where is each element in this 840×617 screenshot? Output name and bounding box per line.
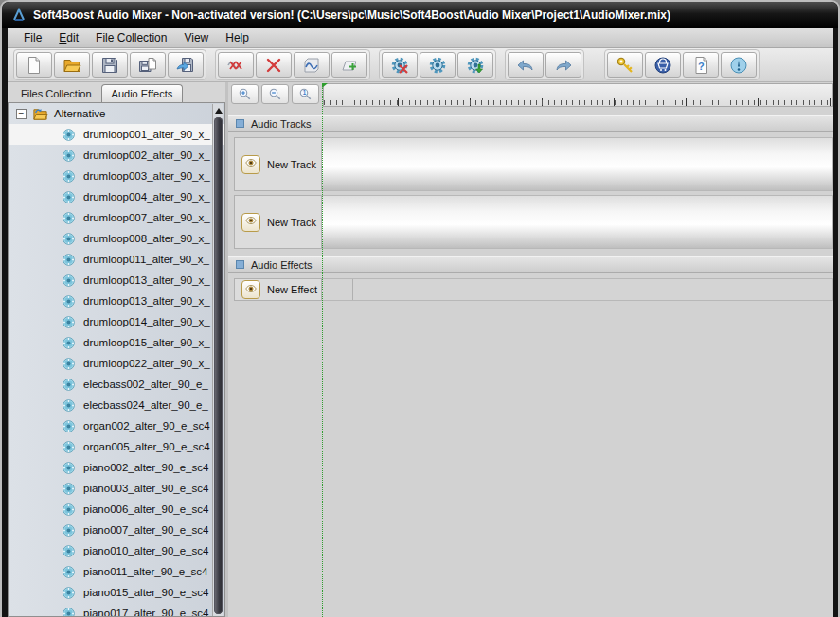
tree-item-audio-file[interactable]: organ002_alter_90_e_sc4 xyxy=(9,415,224,436)
playhead[interactable] xyxy=(322,83,323,617)
undo-button[interactable] xyxy=(508,52,544,78)
tree-item-audio-file[interactable]: drumloop011_alter_90_x_ xyxy=(9,249,224,270)
menu-help[interactable]: Help xyxy=(217,29,258,46)
audio-file-icon xyxy=(62,502,76,517)
tree-item-audio-file[interactable]: piano015_alter_90_e_sc4 xyxy=(9,582,224,603)
remove-effect-button[interactable] xyxy=(382,52,418,78)
menu-view[interactable]: View xyxy=(175,29,217,46)
tree-item-audio-file[interactable]: piano003_alter_90_e_sc4 xyxy=(9,478,224,499)
about-button[interactable] xyxy=(721,52,757,78)
tree-item-audio-file[interactable]: drumloop001_alter_90_x_ xyxy=(9,124,224,145)
tree-item-audio-file[interactable]: drumloop002_alter_90_x_ xyxy=(9,145,224,166)
effect-header[interactable]: New Effect xyxy=(234,278,322,301)
edit-envelope-button[interactable] xyxy=(294,52,330,78)
track-visibility-button[interactable] xyxy=(241,213,260,232)
timeline-header: 1 xyxy=(228,82,833,108)
track-visibility-button[interactable] xyxy=(241,155,260,174)
track-header[interactable]: New Track xyxy=(234,195,322,249)
tab-files-collection[interactable]: Files Collection xyxy=(11,85,101,102)
menu-edit[interactable]: Edit xyxy=(50,29,87,46)
tree-item-audio-file[interactable]: elecbass024_alter_90_e_ xyxy=(9,395,224,415)
redo-button[interactable] xyxy=(545,52,581,78)
tree-item-audio-file[interactable]: piano002_alter_90_e_sc4 xyxy=(9,457,224,478)
tree-item-audio-file[interactable]: drumloop003_alter_90_x_ xyxy=(9,166,224,186)
tree-item-audio-file[interactable]: elecbass002_alter_90_e_ xyxy=(9,374,224,395)
tree-item-audio-file[interactable]: piano011_alter_90_e_sc4 xyxy=(9,561,224,582)
tree-item-audio-file[interactable]: drumloop007_alter_90_x_ xyxy=(9,207,224,228)
timeline-ruler[interactable] xyxy=(323,83,833,107)
track-header[interactable]: New Track xyxy=(234,137,322,191)
save-project-button[interactable] xyxy=(92,52,128,78)
add-file-button[interactable] xyxy=(331,52,367,78)
main-area: Files CollectionAudio Effects − Alternat… xyxy=(8,82,833,617)
tree-item-audio-file[interactable]: piano017_alter_90_e_sc4 xyxy=(9,603,224,617)
section-audio-effects[interactable]: Audio Effects xyxy=(228,256,833,273)
effect-row: New Effect xyxy=(234,278,833,301)
new-project-button[interactable] xyxy=(16,52,52,78)
clear-all-button[interactable] xyxy=(218,52,254,78)
save-project-as-button[interactable] xyxy=(130,52,166,78)
menu-bar: FileEditFile CollectionViewHelp xyxy=(8,28,833,48)
track-row: New Track xyxy=(234,195,833,249)
export-project-button[interactable] xyxy=(168,52,204,78)
help-button[interactable]: ? xyxy=(683,52,719,78)
tree-item-audio-file[interactable]: piano010_alter_90_e_sc4 xyxy=(9,540,224,561)
tree-item-audio-file[interactable]: drumloop015_alter_90_x_ xyxy=(9,332,224,353)
section-marker-icon[interactable] xyxy=(236,260,244,269)
section-audio-tracks[interactable]: Audio Tracks xyxy=(228,115,833,132)
tree-item-audio-file[interactable]: drumloop013_alter_90_x_ xyxy=(9,270,224,291)
tree-item-audio-file[interactable]: drumloop004_alter_90_x_ xyxy=(9,186,224,207)
audio-file-icon xyxy=(62,315,76,329)
collapse-expander-icon[interactable]: − xyxy=(16,109,27,119)
tab-audio-effects[interactable]: Audio Effects xyxy=(101,84,184,102)
effect-visibility-button[interactable] xyxy=(241,280,260,299)
clear-all-icon xyxy=(226,56,245,75)
audio-effects-rows: New Effect xyxy=(228,278,833,301)
section-marker-icon[interactable] xyxy=(236,119,244,128)
undo-icon xyxy=(516,56,535,75)
files-tree: − Alternative drumloop001_alter_ xyxy=(8,102,225,617)
zoom-actual-button[interactable]: 1 xyxy=(292,84,319,104)
audio-file-icon xyxy=(62,398,76,413)
menu-file[interactable]: File xyxy=(15,29,50,46)
help-icon: ? xyxy=(691,56,710,75)
tree-item-audio-file[interactable]: drumloop014_alter_90_x_ xyxy=(9,311,224,332)
menu-file-collection[interactable]: File Collection xyxy=(87,29,175,46)
save-project-icon xyxy=(100,56,119,75)
svg-text:1: 1 xyxy=(303,89,307,96)
buy-online-button[interactable] xyxy=(645,52,681,78)
left-panel: Files CollectionAudio Effects − Alternat… xyxy=(8,82,225,617)
track-lane[interactable] xyxy=(322,137,833,191)
audio-file-icon xyxy=(62,607,76,617)
audio-file-icon xyxy=(62,544,76,558)
eye-icon xyxy=(244,156,258,172)
audio-file-icon xyxy=(62,440,76,454)
zoom-in-icon xyxy=(238,87,252,101)
track-lane[interactable] xyxy=(322,195,833,249)
eye-icon xyxy=(244,214,258,230)
tree-item-audio-file[interactable]: piano006_alter_90_e_sc4 xyxy=(9,499,224,520)
process-effect-button[interactable] xyxy=(420,52,456,78)
app-logo-icon xyxy=(11,8,27,23)
tree-item-audio-file[interactable]: drumloop008_alter_90_x_ xyxy=(9,228,224,249)
scroll-up-icon[interactable] xyxy=(213,105,223,115)
title-bar[interactable]: Soft4Boost Audio Mixer - Non-activated v… xyxy=(2,2,838,28)
buy-online-icon xyxy=(653,56,672,75)
apply-effect-button[interactable] xyxy=(457,52,493,78)
tree-root-alternative[interactable]: − Alternative xyxy=(9,103,224,124)
zoom-in-button[interactable] xyxy=(231,84,259,104)
tree-item-audio-file[interactable]: organ005_alter_90_e_sc4 xyxy=(9,436,224,457)
tree-item-audio-file[interactable]: drumloop013_alter_90_x_ xyxy=(9,291,224,311)
open-project-button[interactable] xyxy=(54,52,90,78)
effect-lane[interactable] xyxy=(322,278,833,301)
left-panel-tabs: Files CollectionAudio Effects xyxy=(8,82,225,102)
delete-button[interactable] xyxy=(256,52,292,78)
activate-key-button[interactable] xyxy=(607,52,643,78)
tree-item-audio-file[interactable]: piano007_alter_90_e_sc4 xyxy=(9,520,224,540)
tree-scrollbar[interactable] xyxy=(212,104,223,616)
scrollbar-thumb[interactable] xyxy=(214,117,223,614)
audio-file-icon xyxy=(62,294,76,308)
zoom-out-button[interactable] xyxy=(261,84,289,104)
tree-item-audio-file[interactable]: drumloop022_alter_90_x_ xyxy=(9,353,224,374)
remove-effect-icon xyxy=(390,56,409,75)
